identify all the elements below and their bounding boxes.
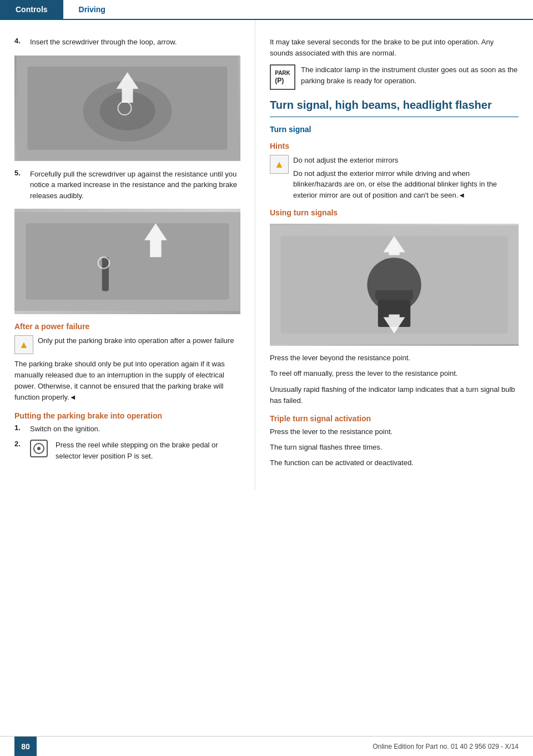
triple-para-1: Press the lever to the resistance point. [270, 426, 519, 437]
tab-driving-label: Driving [79, 5, 105, 14]
hint-warning-2: Do not adjust the exterior mirror while … [293, 168, 519, 201]
park-indicator-text: The indicator lamp in the instrument clu… [301, 64, 519, 86]
step-4-num: 4. [14, 37, 26, 48]
hints-warning-content: Do not adjust the exterior mirrors Do no… [293, 155, 519, 200]
svg-rect-15 [375, 290, 413, 300]
tab-driving[interactable]: Driving [63, 0, 121, 19]
left-column: 4. Insert the screwdriver through the lo… [0, 20, 255, 490]
step-2-num: 2. [14, 440, 26, 461]
top-navigation: Controls Driving [0, 0, 533, 20]
svg-rect-8 [102, 257, 109, 291]
section-heading-turn-signal: Turn signal, high beams, headlight flash… [270, 98, 519, 112]
park-notice-text: It may take several seconds for the brak… [270, 37, 519, 59]
using-turn-signals-heading: Using turn signals [270, 208, 519, 217]
image-svg-lever [270, 224, 519, 346]
triple-para-3: The function can be activated or deactiv… [270, 457, 519, 468]
warning-icon-hints: ▲ [270, 155, 289, 174]
reel-icon [30, 440, 48, 457]
using-turn-para-2: To reel off manually, press the lever to… [270, 368, 519, 379]
tab-controls-label: Controls [16, 5, 48, 14]
tab-controls[interactable]: Controls [0, 0, 63, 19]
warning-triangle-icon-2: ▲ [274, 159, 284, 170]
hint-warning-1: Do not adjust the exterior mirrors [293, 155, 519, 166]
step-1-num: 1. [14, 424, 26, 435]
image-svg-2 [14, 209, 240, 314]
image-screwdriver-pull [14, 209, 240, 314]
step-5-text: Forcefully pull the screwdriver up again… [30, 169, 240, 201]
after-power-failure-heading: After a power failure [14, 322, 240, 331]
using-turn-para-3: Unusually rapid flashing of the indicato… [270, 384, 519, 406]
power-failure-paragraph: The parking brake should only be put int… [14, 359, 240, 404]
triple-para-2: The turn signal flashes three times. [270, 442, 519, 453]
warning-box-1: ▲ Only put the parking brake into operat… [14, 335, 240, 354]
image-svg-1 [14, 56, 240, 161]
step-2-text: Press the reel while stepping on the bra… [56, 440, 240, 461]
online-edition-text: Online Edition for Part no. 01 40 2 956 … [373, 743, 519, 750]
step-2: 2. Press the reel while stepping on the … [14, 440, 240, 461]
warning-text-1: Only put the parking brake into operatio… [38, 335, 234, 346]
page-footer: 80 Online Edition for Part no. 01 40 2 9… [0, 736, 533, 756]
step-2-inner: Press the reel while stepping on the bra… [30, 440, 240, 461]
image-turn-signal-lever [270, 224, 519, 346]
triple-heading: Triple turn signal activation [270, 414, 519, 423]
svg-rect-7 [26, 223, 229, 299]
main-content: 4. Insert the screwdriver through the lo… [0, 20, 533, 490]
step-4: 4. Insert the screwdriver through the lo… [14, 37, 240, 48]
turn-signal-heading: Turn signal [270, 125, 519, 134]
using-turn-para-1: Press the lever beyond the resistance po… [270, 352, 519, 364]
warning-icon-1: ▲ [14, 335, 33, 354]
park-icon-label: PARK(P) [275, 70, 290, 84]
step-1: 1. Switch on the ignition. [14, 424, 240, 435]
section-divider [270, 117, 519, 117]
image-screwdriver-loop [14, 56, 240, 161]
hints-heading: Hints [270, 142, 519, 150]
putting-parking-brake-heading: Putting the parking brake into operation [14, 411, 240, 420]
warning-box-hints: ▲ Do not adjust the exterior mirrors Do … [270, 155, 519, 200]
step-5-num: 5. [14, 169, 26, 201]
page-number: 80 [14, 737, 37, 757]
step-1-text: Switch on the ignition. [30, 424, 100, 435]
warning-triangle-icon: ▲ [19, 339, 29, 351]
step-4-text: Insert the screwdriver through the loop,… [30, 37, 177, 48]
reel-center [37, 447, 41, 450]
right-column: It may take several seconds for the brak… [255, 20, 533, 490]
reel-inner [33, 443, 44, 454]
park-icon-box: PARK(P) [270, 64, 295, 90]
step-5: 5. Forcefully pull the screwdriver up ag… [14, 169, 240, 201]
park-icon-row: PARK(P) The indicator lamp in the instru… [270, 64, 519, 90]
